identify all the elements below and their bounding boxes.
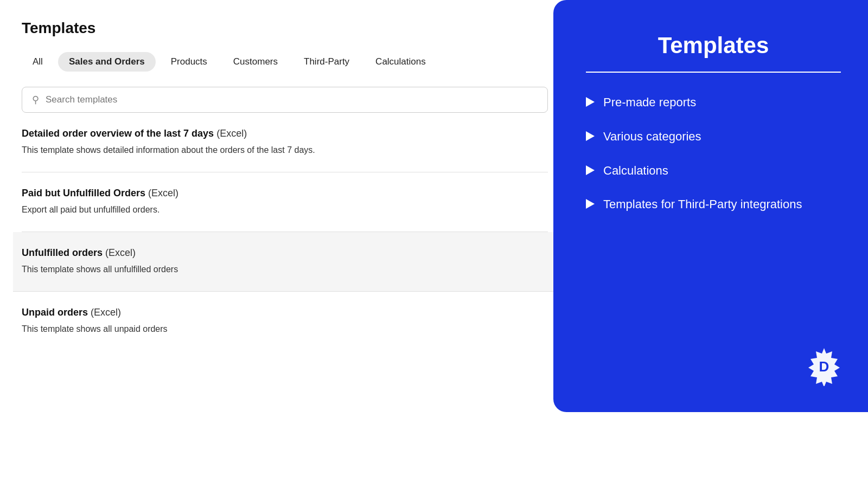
panel-feature-pre-made: Pre-made reports xyxy=(586,94,841,111)
panel-feature-list: Pre-made reports Various categories Calc… xyxy=(586,94,841,213)
bullet-icon-categories xyxy=(586,131,595,141)
bullet-icon-pre-made xyxy=(586,97,595,107)
tab-calculations[interactable]: Calculations xyxy=(365,52,437,72)
svg-text:D: D xyxy=(819,358,829,375)
panel-feature-calculations: Calculations xyxy=(586,163,841,179)
template-desc-paid-unfulfilled: Export all paid but unfulfilled orders. xyxy=(22,203,548,216)
search-input[interactable] xyxy=(46,94,538,105)
template-desc-detailed-order: This template shows detailed information… xyxy=(22,144,548,157)
template-item-detailed-order[interactable]: Detailed order overview of the last 7 da… xyxy=(22,113,548,172)
bullet-icon-third-party xyxy=(586,199,595,209)
template-item-paid-unfulfilled[interactable]: Paid but Unfulfilled Orders (Excel) Expo… xyxy=(22,172,548,232)
bullet-icon-calculations xyxy=(586,165,595,175)
template-title-unpaid-orders: Unpaid orders (Excel) xyxy=(22,307,548,318)
tab-all[interactable]: All xyxy=(22,52,54,72)
template-title-unfulfilled-orders: Unfulfilled orders (Excel) xyxy=(22,247,548,259)
panel-badge-container: D xyxy=(804,346,844,388)
panel-title: Templates xyxy=(586,33,841,59)
panel-feature-categories: Various categories xyxy=(586,129,841,145)
page-title: Templates xyxy=(22,20,548,37)
tab-products[interactable]: Products xyxy=(160,52,218,72)
template-item-unpaid-orders[interactable]: Unpaid orders (Excel) This template show… xyxy=(22,292,548,351)
template-title-detailed-order: Detailed order overview of the last 7 da… xyxy=(22,128,548,139)
search-icon: ⚲ xyxy=(32,94,39,106)
tab-customers[interactable]: Customers xyxy=(222,52,289,72)
tab-sales-and-orders[interactable]: Sales and Orders xyxy=(58,52,156,72)
tabs-bar: All Sales and Orders Products Customers … xyxy=(22,52,548,72)
panel-divider xyxy=(586,72,841,73)
template-list: Detailed order overview of the last 7 da… xyxy=(22,113,548,351)
search-container: ⚲ xyxy=(22,87,548,113)
blue-panel: Templates Pre-made reports Various categ… xyxy=(553,0,868,412)
d-badge-icon: D xyxy=(804,346,844,386)
template-title-paid-unfulfilled: Paid but Unfulfilled Orders (Excel) xyxy=(22,188,548,199)
main-content: Templates All Sales and Orders Products … xyxy=(0,0,570,370)
template-desc-unpaid-orders: This template shows all unpaid orders xyxy=(22,323,548,336)
template-desc-unfulfilled-orders: This template shows all unfulfilled orde… xyxy=(22,263,548,276)
panel-feature-third-party: Templates for Third-Party integrations xyxy=(586,196,841,213)
template-item-unfulfilled-orders[interactable]: Unfulfilled orders (Excel) This template… xyxy=(13,232,557,292)
tab-third-party[interactable]: Third-Party xyxy=(293,52,360,72)
